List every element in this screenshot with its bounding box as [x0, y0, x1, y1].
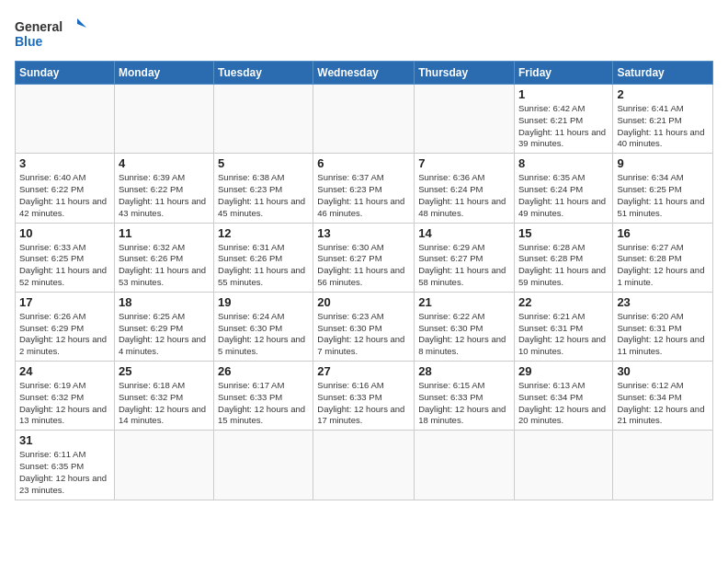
- day-number: 12: [218, 226, 309, 240]
- day-info: Sunrise: 6:41 AM Sunset: 6:21 PM Dayligh…: [617, 103, 709, 150]
- calendar-cell: 8Sunrise: 6:35 AM Sunset: 6:24 PM Daylig…: [514, 154, 612, 223]
- calendar-week-row: 24Sunrise: 6:19 AM Sunset: 6:32 PM Dayli…: [16, 362, 713, 431]
- calendar-cell: 6Sunrise: 6:37 AM Sunset: 6:23 PM Daylig…: [313, 154, 415, 223]
- calendar-cell: 27Sunrise: 6:16 AM Sunset: 6:33 PM Dayli…: [313, 362, 415, 431]
- day-number: 28: [418, 364, 510, 378]
- calendar-cell: 25Sunrise: 6:18 AM Sunset: 6:32 PM Dayli…: [114, 362, 213, 431]
- day-info: Sunrise: 6:40 AM Sunset: 6:22 PM Dayligh…: [19, 172, 110, 219]
- logo: General Blue: [15, 15, 88, 53]
- day-number: 20: [317, 295, 410, 309]
- calendar-week-row: 31Sunrise: 6:11 AM Sunset: 6:35 PM Dayli…: [16, 431, 713, 500]
- calendar-cell: 2Sunrise: 6:41 AM Sunset: 6:21 PM Daylig…: [613, 85, 713, 154]
- calendar-cell: 3Sunrise: 6:40 AM Sunset: 6:22 PM Daylig…: [16, 154, 115, 223]
- svg-text:General: General: [15, 19, 63, 34]
- day-info: Sunrise: 6:36 AM Sunset: 6:24 PM Dayligh…: [418, 172, 510, 219]
- day-number: 11: [119, 226, 210, 240]
- day-info: Sunrise: 6:16 AM Sunset: 6:33 PM Dayligh…: [317, 380, 410, 427]
- calendar-cell: [613, 431, 713, 500]
- calendar-cell: [514, 431, 612, 500]
- col-header-tuesday: Tuesday: [214, 62, 313, 85]
- calendar-cell: 12Sunrise: 6:31 AM Sunset: 6:26 PM Dayli…: [214, 223, 313, 292]
- day-info: Sunrise: 6:11 AM Sunset: 6:35 PM Dayligh…: [19, 449, 110, 496]
- day-number: 6: [317, 156, 410, 170]
- calendar-cell: 30Sunrise: 6:12 AM Sunset: 6:34 PM Dayli…: [613, 362, 713, 431]
- day-info: Sunrise: 6:34 AM Sunset: 6:25 PM Dayligh…: [617, 172, 709, 219]
- calendar-header-row: SundayMondayTuesdayWednesdayThursdayFrid…: [16, 62, 713, 85]
- day-number: 5: [218, 156, 309, 170]
- day-number: 24: [19, 364, 110, 378]
- col-header-friday: Friday: [514, 62, 612, 85]
- day-info: Sunrise: 6:30 AM Sunset: 6:27 PM Dayligh…: [317, 242, 410, 289]
- day-number: 8: [518, 156, 609, 170]
- calendar-cell: [415, 85, 515, 154]
- day-number: 14: [418, 226, 510, 240]
- day-number: 3: [19, 156, 110, 170]
- day-info: Sunrise: 6:37 AM Sunset: 6:23 PM Dayligh…: [317, 172, 410, 219]
- day-info: Sunrise: 6:26 AM Sunset: 6:29 PM Dayligh…: [19, 311, 110, 358]
- calendar-cell: 14Sunrise: 6:29 AM Sunset: 6:27 PM Dayli…: [415, 223, 515, 292]
- day-number: 4: [119, 156, 210, 170]
- calendar-cell: [214, 85, 313, 154]
- header: General Blue: [15, 15, 713, 53]
- col-header-thursday: Thursday: [415, 62, 515, 85]
- calendar-cell: [114, 431, 213, 500]
- day-info: Sunrise: 6:29 AM Sunset: 6:27 PM Dayligh…: [418, 242, 510, 289]
- day-number: 15: [518, 226, 609, 240]
- day-info: Sunrise: 6:12 AM Sunset: 6:34 PM Dayligh…: [617, 380, 709, 427]
- calendar-cell: 21Sunrise: 6:22 AM Sunset: 6:30 PM Dayli…: [415, 292, 515, 361]
- day-info: Sunrise: 6:24 AM Sunset: 6:30 PM Dayligh…: [218, 311, 309, 358]
- day-number: 2: [617, 87, 709, 101]
- day-number: 23: [617, 295, 709, 309]
- svg-marker-2: [77, 18, 86, 28]
- calendar-cell: 20Sunrise: 6:23 AM Sunset: 6:30 PM Dayli…: [313, 292, 415, 361]
- day-number: 22: [518, 295, 609, 309]
- calendar-cell: [16, 85, 115, 154]
- day-info: Sunrise: 6:15 AM Sunset: 6:33 PM Dayligh…: [418, 380, 510, 427]
- calendar-table: SundayMondayTuesdayWednesdayThursdayFrid…: [15, 61, 713, 500]
- day-info: Sunrise: 6:32 AM Sunset: 6:26 PM Dayligh…: [119, 242, 210, 289]
- calendar-cell: 18Sunrise: 6:25 AM Sunset: 6:29 PM Dayli…: [114, 292, 213, 361]
- day-info: Sunrise: 6:39 AM Sunset: 6:22 PM Dayligh…: [119, 172, 210, 219]
- day-number: 7: [418, 156, 510, 170]
- svg-text:Blue: Blue: [15, 34, 43, 49]
- calendar-cell: [415, 431, 515, 500]
- calendar-cell: 9Sunrise: 6:34 AM Sunset: 6:25 PM Daylig…: [613, 154, 713, 223]
- col-header-saturday: Saturday: [613, 62, 713, 85]
- day-number: 1: [518, 87, 609, 101]
- day-info: Sunrise: 6:22 AM Sunset: 6:30 PM Dayligh…: [418, 311, 510, 358]
- day-info: Sunrise: 6:25 AM Sunset: 6:29 PM Dayligh…: [119, 311, 210, 358]
- day-info: Sunrise: 6:17 AM Sunset: 6:33 PM Dayligh…: [218, 380, 309, 427]
- day-number: 26: [218, 364, 309, 378]
- calendar-cell: 15Sunrise: 6:28 AM Sunset: 6:28 PM Dayli…: [514, 223, 612, 292]
- calendar-cell: 19Sunrise: 6:24 AM Sunset: 6:30 PM Dayli…: [214, 292, 313, 361]
- day-info: Sunrise: 6:38 AM Sunset: 6:23 PM Dayligh…: [218, 172, 309, 219]
- day-info: Sunrise: 6:27 AM Sunset: 6:28 PM Dayligh…: [617, 242, 709, 289]
- day-info: Sunrise: 6:31 AM Sunset: 6:26 PM Dayligh…: [218, 242, 309, 289]
- calendar-cell: [313, 85, 415, 154]
- day-number: 13: [317, 226, 410, 240]
- calendar-cell: 24Sunrise: 6:19 AM Sunset: 6:32 PM Dayli…: [16, 362, 115, 431]
- calendar-cell: 13Sunrise: 6:30 AM Sunset: 6:27 PM Dayli…: [313, 223, 415, 292]
- day-info: Sunrise: 6:42 AM Sunset: 6:21 PM Dayligh…: [518, 103, 609, 150]
- day-number: 19: [218, 295, 309, 309]
- calendar-cell: 5Sunrise: 6:38 AM Sunset: 6:23 PM Daylig…: [214, 154, 313, 223]
- calendar-week-row: 10Sunrise: 6:33 AM Sunset: 6:25 PM Dayli…: [16, 223, 713, 292]
- calendar-week-row: 3Sunrise: 6:40 AM Sunset: 6:22 PM Daylig…: [16, 154, 713, 223]
- day-info: Sunrise: 6:18 AM Sunset: 6:32 PM Dayligh…: [119, 380, 210, 427]
- calendar-cell: 28Sunrise: 6:15 AM Sunset: 6:33 PM Dayli…: [415, 362, 515, 431]
- day-number: 10: [19, 226, 110, 240]
- day-info: Sunrise: 6:13 AM Sunset: 6:34 PM Dayligh…: [518, 380, 609, 427]
- calendar-cell: 22Sunrise: 6:21 AM Sunset: 6:31 PM Dayli…: [514, 292, 612, 361]
- calendar-cell: [313, 431, 415, 500]
- calendar-cell: 16Sunrise: 6:27 AM Sunset: 6:28 PM Dayli…: [613, 223, 713, 292]
- calendar-cell: [114, 85, 213, 154]
- calendar-cell: 23Sunrise: 6:20 AM Sunset: 6:31 PM Dayli…: [613, 292, 713, 361]
- day-info: Sunrise: 6:28 AM Sunset: 6:28 PM Dayligh…: [518, 242, 609, 289]
- calendar-cell: 7Sunrise: 6:36 AM Sunset: 6:24 PM Daylig…: [415, 154, 515, 223]
- day-info: Sunrise: 6:33 AM Sunset: 6:25 PM Dayligh…: [19, 242, 110, 289]
- col-header-monday: Monday: [114, 62, 213, 85]
- day-info: Sunrise: 6:23 AM Sunset: 6:30 PM Dayligh…: [317, 311, 410, 358]
- calendar-week-row: 17Sunrise: 6:26 AM Sunset: 6:29 PM Dayli…: [16, 292, 713, 361]
- day-number: 31: [19, 433, 110, 447]
- calendar-cell: 26Sunrise: 6:17 AM Sunset: 6:33 PM Dayli…: [214, 362, 313, 431]
